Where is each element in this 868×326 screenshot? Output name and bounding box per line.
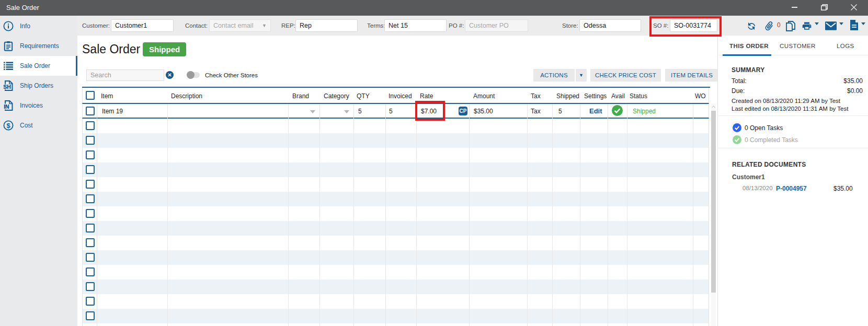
svg-text:SH: SH [3, 84, 11, 90]
svg-text:$: $ [7, 122, 11, 130]
svg-text:IN: IN [4, 103, 9, 110]
